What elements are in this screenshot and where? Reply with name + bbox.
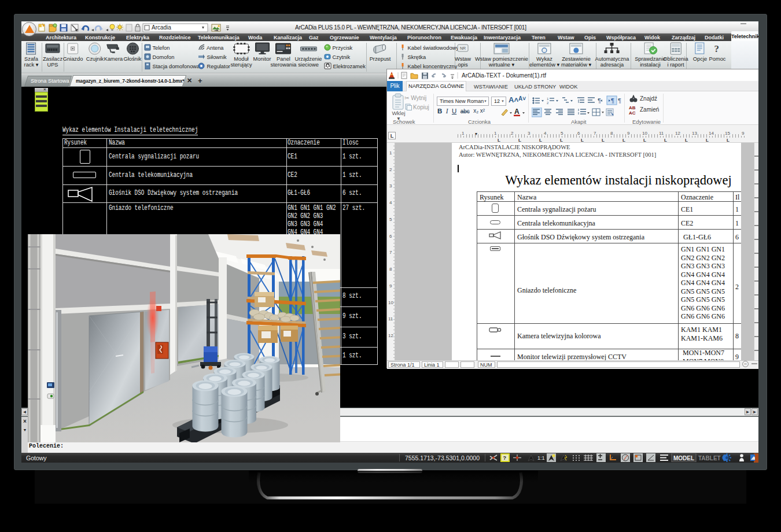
- svg-text:TABLET: TABLET: [698, 455, 721, 461]
- svg-text:?: ?: [714, 43, 720, 54]
- svg-text:?: ?: [503, 455, 507, 461]
- svg-text:A: A: [514, 108, 520, 116]
- svg-text:Arcadia: Arcadia: [152, 24, 171, 31]
- svg-text:NR: NR: [460, 46, 466, 50]
- svg-text:1: 1: [547, 97, 549, 101]
- svg-text:¶: ¶: [618, 97, 621, 104]
- svg-text:2: 2: [547, 101, 549, 105]
- svg-text:¶: ¶: [611, 97, 614, 104]
- svg-text:1:1: 1:1: [537, 455, 545, 461]
- svg-text:MODEL: MODEL: [673, 455, 694, 461]
